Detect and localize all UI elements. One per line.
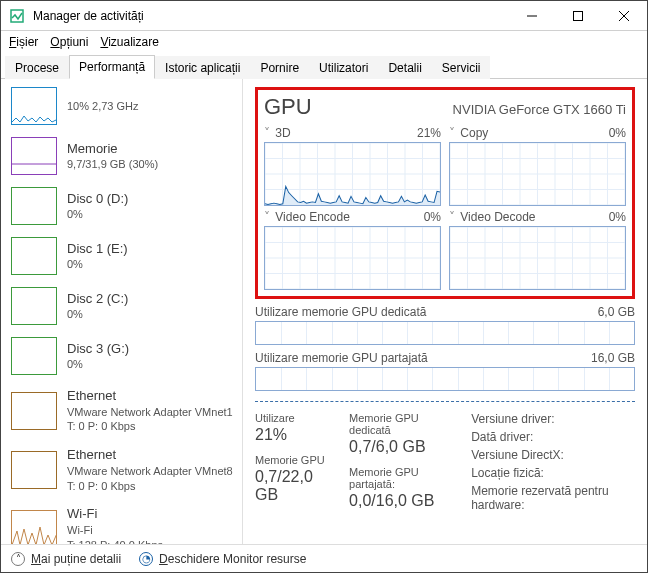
- chart-dropdown[interactable]: ˅ Copy: [449, 126, 488, 140]
- sidebar-item-wi-fi[interactable]: Wi-FiWi-FiT: 128 P: 40,0 Kbps: [1, 499, 242, 544]
- chart-copy: ˅ Copy0%: [449, 126, 626, 206]
- stat-value: 0,0/16,0 GB: [349, 492, 449, 510]
- side-graph-icon: [11, 237, 57, 275]
- side-item-name: Disc 0 (D:): [67, 190, 128, 208]
- stats-section: Utilizare21%Memorie GPU0,7/22,0 GB Memor…: [255, 412, 635, 512]
- chart-value: 0%: [424, 210, 441, 224]
- footer: ˄ Mai puține detalii ◔ Deschidere Monito…: [1, 544, 647, 572]
- highlight-box: GPU NVIDIA GeForce GTX 1660 Ti ˅ 3D21%˅ …: [255, 87, 635, 299]
- sidebar-item-ethernet[interactable]: EthernetVMware Network Adapter VMnet1T: …: [1, 381, 242, 440]
- side-item-name: Ethernet: [67, 387, 233, 405]
- side-item-sub: Wi-Fi: [67, 523, 163, 538]
- chart-video-decode: ˅ Video Decode0%: [449, 210, 626, 290]
- chart-canvas: [449, 142, 626, 206]
- menu-file[interactable]: Fișier: [9, 35, 38, 49]
- membar-utilizare-memorie-gpu-dedicat-: Utilizare memorie GPU dedicată6,0 GB: [255, 305, 635, 345]
- stat: Utilizare21%: [255, 412, 327, 444]
- stat: Memorie GPU0,7/22,0 GB: [255, 454, 327, 504]
- membar-max: 6,0 GB: [598, 305, 635, 319]
- sidebar-item-cpu[interactable]: 10% 2,73 GHz: [1, 81, 242, 131]
- tab-utilizatori[interactable]: Utilizatori: [309, 56, 378, 79]
- sidebar-item-memorie[interactable]: Memorie9,7/31,9 GB (30%): [1, 131, 242, 181]
- maximize-button[interactable]: [555, 1, 601, 31]
- close-button[interactable]: [601, 1, 647, 31]
- sidebar-item-disc-0-d-[interactable]: Disc 0 (D:)0%: [1, 181, 242, 231]
- side-item-name: Disc 3 (G:): [67, 340, 129, 358]
- membar-utilizare-memorie-gpu-partajat-: Utilizare memorie GPU partajată16,0 GB: [255, 351, 635, 391]
- sidebar-item-disc-2-c-[interactable]: Disc 2 (C:)0%: [1, 281, 242, 331]
- side-item-sub: VMware Network Adapter VMnet8: [67, 464, 233, 479]
- titlebar: Manager de activități: [1, 1, 647, 31]
- side-item-sub: 0%: [67, 257, 128, 272]
- svg-rect-2: [574, 11, 583, 20]
- sidebar-item-disc-1-e-[interactable]: Disc 1 (E:)0%: [1, 231, 242, 281]
- chart-dropdown[interactable]: ˅ Video Encode: [264, 210, 350, 224]
- fewer-details-link[interactable]: ˄ Mai puține detalii: [11, 552, 121, 566]
- side-graph-icon: [11, 87, 57, 125]
- menu-view[interactable]: Vizualizare: [100, 35, 159, 49]
- chart-3d: ˅ 3D21%: [264, 126, 441, 206]
- chart-dropdown[interactable]: ˅ 3D: [264, 126, 291, 140]
- resmon-icon: ◔: [139, 552, 153, 566]
- tab-pornire[interactable]: Pornire: [250, 56, 309, 79]
- stat-key: Utilizare: [255, 412, 327, 424]
- tab-procese[interactable]: Procese: [5, 56, 69, 79]
- sidebar-item-disc-3-g-[interactable]: Disc 3 (G:)0%: [1, 331, 242, 381]
- chart-value: 0%: [609, 210, 626, 224]
- stat-value: 0,7/22,0 GB: [255, 468, 327, 504]
- svg-rect-0: [11, 10, 23, 22]
- side-graph-icon: [11, 510, 57, 544]
- separator: [255, 401, 635, 402]
- tab-detalii[interactable]: Detalii: [378, 56, 431, 79]
- chart-video-encode: ˅ Video Encode0%: [264, 210, 441, 290]
- tab-servicii[interactable]: Servicii: [432, 56, 491, 79]
- side-item-sub: 10% 2,73 GHz: [67, 99, 139, 114]
- detail-title: GPU: [264, 94, 312, 120]
- membar-max: 16,0 GB: [591, 351, 635, 365]
- meta-row: Locație fizică:: [471, 466, 635, 480]
- meta-row: Versiune driver:: [471, 412, 635, 426]
- side-item-sub: 0%: [67, 307, 128, 322]
- side-graph-icon: [11, 451, 57, 489]
- open-resmon-link[interactable]: ◔ Deschidere Monitor resurse: [139, 552, 306, 566]
- side-item-name: Memorie: [67, 140, 158, 158]
- meta-row: Memorie rezervată pentru hardware:: [471, 484, 635, 512]
- side-item-name: Disc 1 (E:): [67, 240, 128, 258]
- menubar: Fișier Opțiuni Vizualizare: [1, 31, 647, 53]
- tab-performanță[interactable]: Performanță: [69, 55, 155, 79]
- membar-label: Utilizare memorie GPU partajată: [255, 351, 428, 365]
- tab-bar: ProcesePerformanțăIstoric aplicațiiPorni…: [1, 53, 647, 79]
- side-graph-icon: [11, 187, 57, 225]
- side-graph-icon: [11, 287, 57, 325]
- side-item-sub: 0%: [67, 207, 128, 222]
- side-item-sub2: T: 0 P: 0 Kbps: [67, 419, 233, 434]
- meta-row: Versiune DirectX:: [471, 448, 635, 462]
- side-item-name: Ethernet: [67, 446, 233, 464]
- stat: Memorie GPU partajată:0,0/16,0 GB: [349, 466, 449, 510]
- chart-dropdown[interactable]: ˅ Video Decode: [449, 210, 536, 224]
- chevron-up-icon: ˄: [11, 552, 25, 566]
- side-graph-icon: [11, 392, 57, 430]
- chart-value: 21%: [417, 126, 441, 140]
- side-item-name: Disc 2 (C:): [67, 290, 128, 308]
- side-item-sub: 0%: [67, 357, 129, 372]
- menu-options[interactable]: Opțiuni: [50, 35, 88, 49]
- stat-value: 0,7/6,0 GB: [349, 438, 449, 456]
- chart-value: 0%: [609, 126, 626, 140]
- side-item-sub2: T: 0 P: 0 Kbps: [67, 479, 233, 494]
- stat-key: Memorie GPU dedicată: [349, 412, 449, 436]
- stat-key: Memorie GPU: [255, 454, 327, 466]
- tab-istoric-aplicații[interactable]: Istoric aplicații: [155, 56, 250, 79]
- stat: Memorie GPU dedicată0,7/6,0 GB: [349, 412, 449, 456]
- membar-canvas: [255, 321, 635, 345]
- sidebar-item-ethernet[interactable]: EthernetVMware Network Adapter VMnet8T: …: [1, 440, 242, 499]
- side-graph-icon: [11, 337, 57, 375]
- side-graph-icon: [11, 137, 57, 175]
- minimize-button[interactable]: [509, 1, 555, 31]
- sidebar: 10% 2,73 GHzMemorie9,7/31,9 GB (30%)Disc…: [1, 79, 243, 544]
- chart-canvas: [264, 226, 441, 290]
- chart-canvas: [264, 142, 441, 206]
- membar-label: Utilizare memorie GPU dedicată: [255, 305, 426, 319]
- stat-value: 21%: [255, 426, 327, 444]
- detail-pane: GPU NVIDIA GeForce GTX 1660 Ti ˅ 3D21%˅ …: [243, 79, 647, 544]
